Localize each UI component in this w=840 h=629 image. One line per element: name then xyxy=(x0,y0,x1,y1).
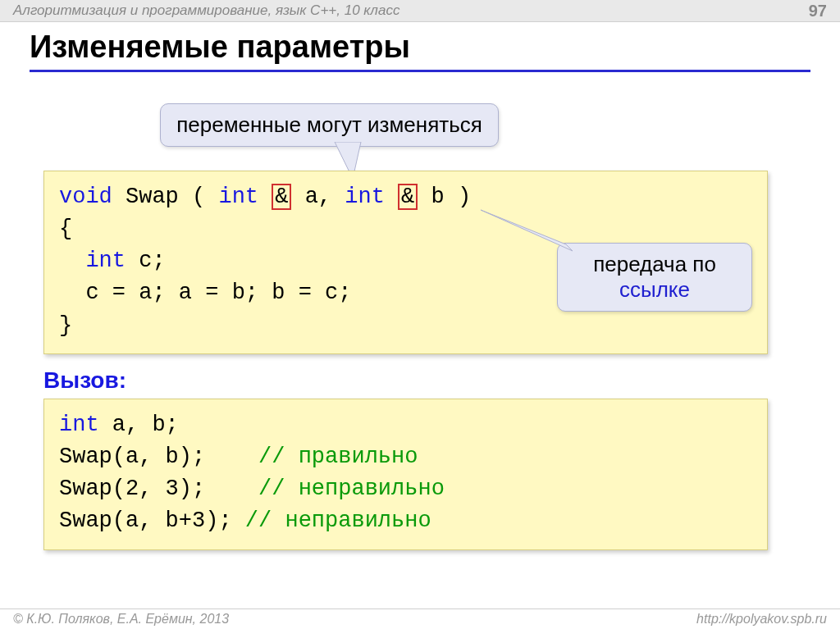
footer-right: http://kpolyakov.spb.ru xyxy=(696,612,827,627)
kw-void: void xyxy=(59,185,112,209)
code-text: { xyxy=(59,217,72,241)
amp-b: & xyxy=(398,184,418,210)
code-box-calls: int a, b; Swap(a, b); // правильно Swap(… xyxy=(43,399,768,550)
kw-int: int xyxy=(218,185,258,209)
top-bar: Алгоритмизация и программирование, язык … xyxy=(0,0,840,22)
callout-text: переменные могут изменяться xyxy=(176,112,482,137)
course-label: Алгоритмизация и программирование, язык … xyxy=(13,2,399,19)
callout-by-ref: передача по ссылке xyxy=(557,243,752,312)
comment: // неправильно xyxy=(245,508,431,533)
kw-int: int xyxy=(85,248,126,273)
code-text: b ) xyxy=(418,185,471,209)
code-text: Swap ( xyxy=(112,185,219,209)
code-text: } xyxy=(59,313,72,338)
slide-title: Изменяемые параметры xyxy=(30,30,810,72)
code-text xyxy=(258,185,272,209)
footer: © К.Ю. Поляков, Е.А. Ерёмин, 2013 http:/… xyxy=(0,608,840,629)
code-text: Swap(a, b); xyxy=(59,444,258,469)
code-text: c = a; a = b; b = c; xyxy=(59,280,351,305)
code-text: a, b; xyxy=(99,412,179,437)
kw-int: int xyxy=(345,185,385,209)
callout-tail-right xyxy=(476,207,574,252)
code-text: Swap(2, 3); xyxy=(59,476,258,501)
code-text: a, xyxy=(291,185,345,209)
code-text: c; xyxy=(126,248,166,273)
comment: // неправильно xyxy=(258,476,445,501)
call-label: Вызов: xyxy=(43,367,126,394)
callout-ref-word: ссылке xyxy=(573,277,737,303)
kw-int: int xyxy=(59,412,99,437)
callout-line1: передача по xyxy=(573,252,737,277)
amp-a: & xyxy=(272,184,291,210)
code-text xyxy=(385,185,398,209)
footer-left: © К.Ю. Поляков, Е.А. Ерёмин, 2013 xyxy=(13,612,229,627)
comment: // правильно xyxy=(258,444,418,469)
callout-vars-change: переменные могут изменяться xyxy=(160,103,499,147)
page-number: 97 xyxy=(809,2,827,21)
svg-marker-1 xyxy=(481,210,573,251)
code-text: Swap(a, b+3); xyxy=(59,508,245,533)
